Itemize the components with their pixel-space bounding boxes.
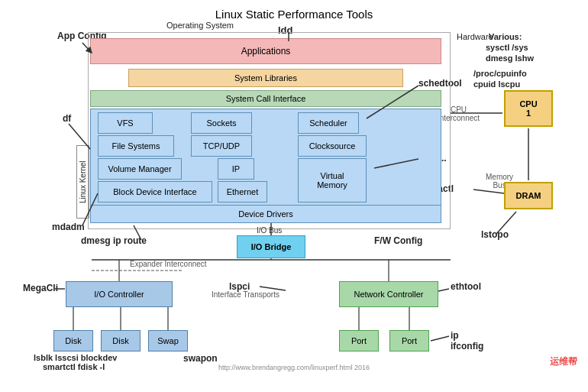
mdadm-label: mdadm xyxy=(52,222,85,232)
system-libraries-row: System Libraries xyxy=(128,69,403,87)
watermark: 运维帮 xyxy=(550,355,577,368)
disk1-box: Disk xyxy=(53,330,93,352)
fw-config-label: F/W Config xyxy=(374,235,422,246)
system-libraries-label: System Libraries xyxy=(234,73,297,83)
ethernet-label: Ethernet xyxy=(227,187,259,196)
port2-label: Port xyxy=(402,336,417,345)
proc-cpuinfo-label: /proc/cpuinfo xyxy=(473,69,527,78)
io-controller-box: I/O Controller xyxy=(66,281,173,307)
hardware-label: Hardware xyxy=(457,32,493,41)
io-bridge-label: I/O Bridge xyxy=(251,242,292,251)
ip-label: IP xyxy=(232,164,240,173)
os-label: Operating System xyxy=(166,21,234,30)
dmesg-ip-route-label: dmesg ip route xyxy=(81,235,147,246)
tcp-udp-label: TCP/UDP xyxy=(203,141,240,151)
scheduler-label: Scheduler xyxy=(309,118,347,128)
svg-line-22 xyxy=(431,336,449,341)
dram-box: DRAM xyxy=(504,182,553,209)
various-label: Various: xyxy=(489,32,522,41)
interface-transports-label: Interface Transports xyxy=(212,290,279,299)
ip-ifconfig-label: ipifconfig xyxy=(451,330,483,352)
io-bridge-box: I/O Bridge xyxy=(237,235,305,258)
tcp-udp-cell: TCP/UDP xyxy=(191,135,252,157)
applications-row: Applications xyxy=(90,38,441,64)
smartctl-label: smartctl fdisk -l xyxy=(43,362,105,371)
megacli-label: MegaCli xyxy=(23,283,58,293)
disk2-box: Disk xyxy=(101,330,141,352)
ethernet-cell: Ethernet xyxy=(218,181,267,202)
volume-manager-label: Volume Manager xyxy=(108,164,171,173)
page-title: Linux Static Performance Tools xyxy=(0,3,588,21)
syscall-label: System Call Interface xyxy=(226,94,306,103)
disk1-label: Disk xyxy=(65,336,81,345)
file-systems-label: File Systems xyxy=(112,141,160,151)
expander-label: Expander Interconnect xyxy=(130,260,207,268)
syscall-row: System Call Interface xyxy=(90,90,441,107)
network-controller-box: Network Controller xyxy=(339,281,438,307)
clocksource-cell: Clocksource xyxy=(298,135,367,157)
scheduler-cell: Scheduler xyxy=(298,112,359,134)
cpuid-lscpu-label: cpuid lscpu xyxy=(473,79,520,89)
ip-cell: IP xyxy=(218,158,254,180)
device-drivers-row: Device Drivers xyxy=(90,205,441,223)
block-device-label: Block Device Interface xyxy=(113,187,196,196)
file-systems-cell: File Systems xyxy=(98,135,174,157)
clocksource-label: Clocksource xyxy=(309,141,356,151)
volume-manager-cell: Volume Manager xyxy=(98,158,182,180)
ethtool-label: ethtool xyxy=(451,281,481,292)
lstopo-label: lstopo xyxy=(481,229,509,240)
vfs-cell: VFS xyxy=(98,112,153,134)
svg-line-21 xyxy=(438,289,449,291)
footer-url: http://www.brendangregg.com/linuxperf.ht… xyxy=(218,364,370,371)
disk2-label: Disk xyxy=(112,336,128,345)
port2-box: Port xyxy=(389,330,429,352)
svg-line-6 xyxy=(473,190,504,193)
cpu-label: CPU 1 xyxy=(519,99,537,118)
swap-label: Swap xyxy=(157,336,179,345)
vfs-label: VFS xyxy=(117,118,133,128)
dmesg-lshw-label: dmesg lshw xyxy=(486,53,534,63)
io-controller-label: I/O Controller xyxy=(94,290,144,299)
diagram: Linux Static Performance Tools Operating… xyxy=(0,0,588,374)
block-device-interface-cell: Block Device Interface xyxy=(98,181,212,202)
cpu-box: CPU 1 xyxy=(504,90,553,127)
lsblk-label: lsblk lsscsi blockdev xyxy=(34,353,117,362)
sysctl-label: sysctl /sys xyxy=(486,43,528,52)
sockets-label: Sockets xyxy=(206,118,236,128)
sockets-cell: Sockets xyxy=(191,112,252,134)
df-label: df xyxy=(63,113,71,124)
applications-label: Applications xyxy=(241,46,291,57)
virtual-memory-label: Virtual Memory xyxy=(317,171,347,190)
iobus-label: I/O Bus xyxy=(257,226,282,235)
network-controller-label: Network Controller xyxy=(354,290,423,299)
dram-label: DRAM xyxy=(516,191,541,200)
port1-box: Port xyxy=(339,330,379,352)
device-drivers-label: Device Drivers xyxy=(238,209,293,219)
swap-box: Swap xyxy=(148,330,188,352)
port1-label: Port xyxy=(351,336,367,345)
swapon-label: swapon xyxy=(183,353,218,364)
virtual-memory-cell: Virtual Memory xyxy=(298,158,367,202)
